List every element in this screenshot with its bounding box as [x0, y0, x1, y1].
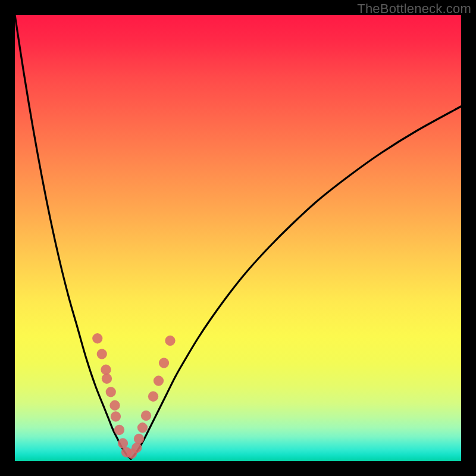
- marker-dot: [97, 349, 107, 359]
- marker-dot: [154, 375, 164, 386]
- marker-dot: [131, 443, 142, 453]
- marker-dot: [102, 374, 112, 384]
- marker-dot: [141, 411, 151, 421]
- marker-dot: [111, 411, 121, 421]
- marker-dot: [109, 400, 120, 411]
- watermark-text: TheBottleneck.com: [357, 1, 471, 17]
- bottleneck-curve-chart: [15, 15, 461, 461]
- marker-dot: [118, 438, 128, 448]
- marker-dot: [159, 358, 169, 368]
- marker-dot: [134, 434, 144, 444]
- marker-dot: [148, 392, 158, 402]
- marker-dot: [106, 387, 116, 397]
- marker-dot: [165, 336, 175, 346]
- sample-markers: [92, 333, 176, 459]
- marker-dot: [101, 365, 111, 375]
- marker-dot: [114, 425, 124, 435]
- chart-frame: TheBottleneck.com: [0, 0, 476, 476]
- marker-dot: [92, 333, 102, 343]
- right-curve-path: [131, 107, 461, 459]
- right-curve-path: [131, 107, 461, 459]
- marker-dot: [137, 422, 148, 433]
